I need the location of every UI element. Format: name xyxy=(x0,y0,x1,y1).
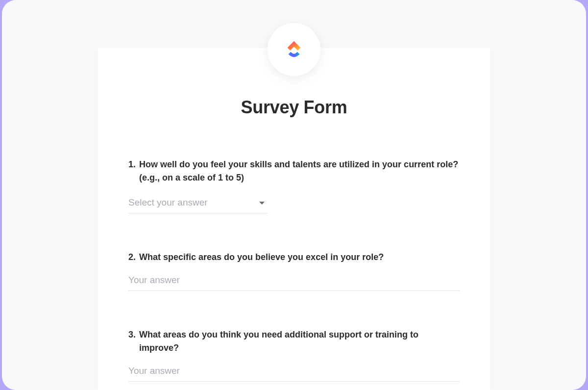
survey-form-card: Survey Form 1. How well do you feel your… xyxy=(98,48,490,390)
question-2: 2. What specific areas do you believe yo… xyxy=(128,251,460,291)
question-label: 2. What specific areas do you believe yo… xyxy=(128,251,460,264)
question-1: 1. How well do you feel your skills and … xyxy=(128,158,460,213)
question-label: 1. How well do you feel your skills and … xyxy=(128,158,460,184)
support-areas-input[interactable] xyxy=(128,365,460,382)
question-text: How well do you feel your skills and tal… xyxy=(139,158,460,184)
question-number: 2. xyxy=(128,251,139,264)
scale-select[interactable]: Select your answer xyxy=(128,197,268,213)
question-text: What specific areas do you believe you e… xyxy=(139,251,460,264)
select-placeholder: Select your answer xyxy=(128,197,208,208)
questions-container: 1. How well do you feel your skills and … xyxy=(128,158,460,382)
excel-areas-input[interactable] xyxy=(128,275,460,291)
clickup-logo-icon xyxy=(283,38,305,61)
question-label: 3. What areas do you think you need addi… xyxy=(128,328,460,355)
question-text: What areas do you think you need additio… xyxy=(139,328,460,355)
logo-container xyxy=(268,23,320,76)
question-number: 1. xyxy=(128,158,139,184)
question-number: 3. xyxy=(128,328,139,355)
page-background: Survey Form 1. How well do you feel your… xyxy=(2,0,586,390)
question-3: 3. What areas do you think you need addi… xyxy=(128,328,460,382)
chevron-down-icon xyxy=(259,198,265,207)
